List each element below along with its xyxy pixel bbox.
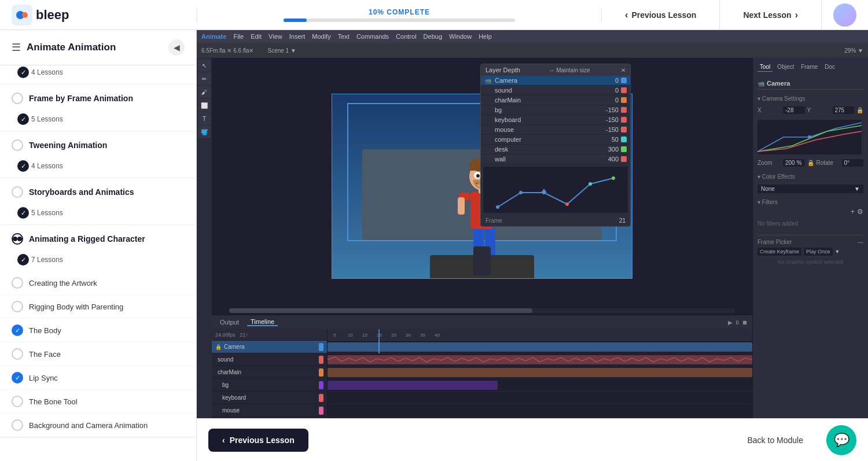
- frame-picker-collapse[interactable]: —: [858, 239, 863, 245]
- tool-select[interactable]: ↖: [198, 59, 211, 72]
- tool-brush[interactable]: 🖌: [198, 86, 211, 98]
- svg-text:25: 25: [391, 333, 396, 338]
- popup-row-mouse[interactable]: mouse -150: [481, 125, 630, 135]
- layer-mouse-name: mouse: [222, 407, 317, 414]
- menu-control[interactable]: Control: [396, 33, 416, 40]
- logo[interactable]: bleep: [12, 5, 69, 25]
- filter-settings-icon[interactable]: ⚙: [857, 208, 863, 216]
- lessons-check-icon: ✓: [17, 67, 29, 78]
- tab-tool[interactable]: Tool: [757, 62, 773, 72]
- lesson-item-rigging[interactable]: Rigging Body with Parenting: [0, 295, 196, 319]
- tool-bucket[interactable]: 🪣: [198, 126, 211, 138]
- frame-indicator: Frame 21: [481, 215, 630, 226]
- popup-row-wall[interactable]: wall 400: [481, 154, 630, 164]
- toolbar-file-info: 6.5Fm.fla ✕ 6.6.fla✕: [201, 47, 253, 54]
- layer-keyboard[interactable]: keyboard: [212, 392, 327, 404]
- layer-bg[interactable]: bg: [212, 379, 327, 392]
- popup-row-sound[interactable]: sound 0: [481, 86, 630, 95]
- no-filters-text: No filters added: [757, 220, 863, 227]
- zoom-panel-value: 200 %: [783, 159, 805, 167]
- next-lesson-button[interactable]: Next Lesson ›: [720, 0, 822, 29]
- timeline-tab[interactable]: Timeline: [247, 318, 278, 326]
- bottom-prev-button[interactable]: ‹ Previous Lesson: [208, 429, 308, 452]
- menu-debug[interactable]: Debug: [424, 33, 442, 40]
- play-once-btn[interactable]: Play Once: [804, 248, 833, 256]
- popup-keyboard-val: -150: [601, 116, 619, 123]
- popup-row-charMain[interactable]: charMain 0: [481, 95, 630, 105]
- prev-lesson-button[interactable]: ‹ Previous Lesson: [602, 0, 720, 29]
- tab-object[interactable]: Object: [775, 62, 796, 72]
- add-filter-icon[interactable]: +: [851, 208, 855, 216]
- tool-eraser[interactable]: ⬜: [198, 99, 211, 112]
- layer-computer[interactable]: computer: [212, 417, 327, 418]
- popup-row-computer[interactable]: computer 50: [481, 135, 630, 145]
- timeline-layers: 24.00fps 21↑ 🔒 Camera: [212, 329, 328, 418]
- menu-insert[interactable]: Insert: [289, 33, 306, 40]
- rigged-check-icon: ✓: [17, 254, 29, 265]
- lesson-item-creating[interactable]: Creating the Artwork: [0, 271, 196, 295]
- timeline-controls: ▶ ⏸ ⏹: [728, 319, 748, 326]
- sidebar-scroll[interactable]: ✓ 4 Lessons Frame by Frame Animation ✓ 5…: [0, 65, 196, 461]
- canvas-scrollbar[interactable]: [229, 308, 735, 313]
- svg-text:15: 15: [362, 333, 367, 338]
- popup-row-desk[interactable]: desk 300: [481, 145, 630, 154]
- video-frame: Animate File Edit View Insert Modify Tex…: [197, 30, 868, 418]
- animate-timeline: Output Timeline ▶ ⏸ ⏹ 24.00fp: [212, 314, 752, 418]
- popup-row-camera[interactable]: 📹 Camera 0: [481, 76, 630, 86]
- tab-doc[interactable]: Doc: [822, 62, 837, 72]
- zoom-label: 29% ▼: [844, 47, 863, 54]
- tool-text[interactable]: T: [198, 112, 211, 125]
- back-to-module-link[interactable]: Back to Module: [748, 436, 804, 445]
- layer-sound[interactable]: sound: [212, 353, 327, 366]
- menu-view[interactable]: View: [269, 33, 282, 40]
- svg-text:40: 40: [435, 333, 440, 338]
- menu-window[interactable]: Window: [449, 33, 472, 40]
- intro-lessons-count: 4 Lessons: [31, 68, 63, 76]
- menu-modify[interactable]: Modify: [312, 33, 330, 40]
- lesson-item-background[interactable]: Background and Camera Animation: [0, 414, 196, 437]
- scene-label: Scene 1 ▼: [267, 47, 296, 54]
- menu-text[interactable]: Text: [338, 33, 350, 40]
- color-effects-dropdown[interactable]: None ▼: [757, 185, 863, 193]
- lesson-item-lipsync[interactable]: ✓ Lip Sync: [0, 366, 196, 390]
- svg-text:5: 5: [333, 333, 336, 338]
- popup-row-keyboard[interactable]: keyboard -150: [481, 115, 630, 125]
- body-circle: ✓: [12, 324, 23, 336]
- computer-color: [621, 137, 627, 142]
- main-content: ☰ Animate Animation ◀ ✓ 4 Lessons Frame …: [0, 30, 868, 461]
- layer-charMain-name: charMain: [218, 369, 317, 375]
- frame-by-frame-header[interactable]: Frame by Frame Animation: [0, 84, 196, 112]
- popup-close-icon[interactable]: ✕: [621, 67, 626, 73]
- sidebar-collapse-button[interactable]: ◀: [168, 39, 185, 56]
- avatar[interactable]: [833, 3, 856, 27]
- menu-help[interactable]: Help: [479, 33, 492, 40]
- background-title: Background and Camera Animation: [29, 421, 148, 430]
- chat-button[interactable]: 💬: [826, 425, 856, 455]
- storyboards-header[interactable]: Storyboards and Animatics: [0, 178, 196, 206]
- create-keyframe-btn[interactable]: Create Keyframe: [757, 248, 801, 256]
- menu-file[interactable]: File: [233, 33, 244, 40]
- tab-frame[interactable]: Frame: [799, 62, 820, 72]
- timeline-frames: 5 10 15 20 25 30 35 40: [328, 329, 752, 418]
- layer-charMain[interactable]: charMain: [212, 366, 327, 379]
- charMain-color: [621, 97, 627, 103]
- tweening-header[interactable]: Tweening Animation: [0, 131, 196, 159]
- svg-point-7: [612, 176, 615, 180]
- lesson-item-face[interactable]: The Face: [0, 342, 196, 366]
- layer-camera[interactable]: 🔒 Camera: [212, 341, 327, 353]
- menu-edit[interactable]: Edit: [251, 33, 262, 40]
- sidebar-section-intro: ✓ 4 Lessons: [0, 67, 196, 84]
- rigged-header[interactable]: Animating a Rigged Character: [0, 225, 196, 253]
- lesson-item-bone[interactable]: The Bone Tool: [0, 390, 196, 414]
- output-tab[interactable]: Output: [216, 319, 242, 326]
- menu-commands[interactable]: Commands: [356, 33, 389, 40]
- lesson-item-body[interactable]: ✓ The Body: [0, 319, 196, 342]
- popup-row-bg[interactable]: bg -150: [481, 105, 630, 115]
- tool-pencil[interactable]: ✏: [198, 72, 211, 85]
- svg-text:10: 10: [348, 333, 353, 338]
- svg-point-37: [808, 135, 811, 139]
- layer-bg-name: bg: [222, 382, 317, 388]
- frame-picker-header: Frame Picker —: [757, 239, 863, 245]
- layer-mouse[interactable]: mouse: [212, 404, 327, 417]
- rigged-circle: [12, 233, 23, 245]
